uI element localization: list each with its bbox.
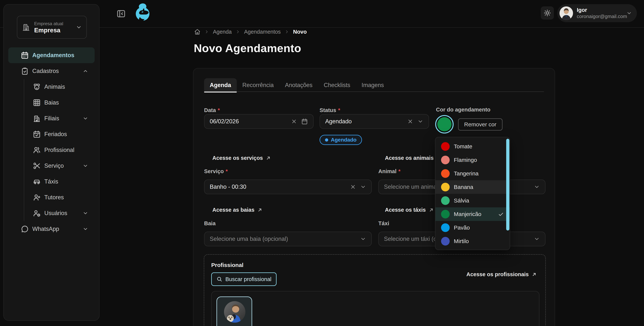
- color-option-mirtilo[interactable]: Mirtilo: [436, 234, 510, 248]
- sidebar-item-agendamentos[interactable]: Agendamentos: [8, 47, 95, 63]
- tab-checklists[interactable]: Checklists: [318, 78, 356, 92]
- arrow-up-right-icon: [266, 155, 271, 161]
- theme-toggle-button[interactable]: [541, 7, 554, 20]
- breadcrumb-item[interactable]: Agenda: [213, 29, 232, 35]
- check-icon: [498, 211, 504, 217]
- remove-color-button[interactable]: Remover cor: [458, 118, 502, 130]
- user-meta: Igor coronaigor@gmail.com: [577, 7, 626, 19]
- chevron-down-icon[interactable]: [418, 118, 424, 124]
- appointment-color-button[interactable]: [435, 115, 454, 133]
- sidebar-item-cadastros[interactable]: Cadastros: [8, 63, 95, 79]
- access-animals-link[interactable]: Acesse os animais: [385, 155, 442, 161]
- page-title: Novo Agendamento: [194, 42, 301, 55]
- chevron-down-icon[interactable]: [360, 236, 366, 242]
- chevron-down-icon: [626, 10, 632, 16]
- arrow-up-right-icon: [428, 207, 434, 213]
- taxi-label: Táxi: [378, 220, 389, 227]
- service-select[interactable]: Banho - 00:30: [204, 180, 372, 194]
- arrow-up-right-icon: [531, 272, 537, 277]
- sidebar-item-tutores[interactable]: Tutores: [32, 190, 95, 205]
- user-plus-icon: [33, 193, 41, 202]
- search-professional-button[interactable]: Buscar profissional: [211, 272, 276, 286]
- sidebar-item-label: WhatsApp: [32, 226, 59, 232]
- professional-card[interactable]: Maria: [216, 296, 252, 326]
- bay-label: Baia: [204, 220, 216, 227]
- scissors-icon: [33, 162, 41, 170]
- user-avatar: [560, 7, 573, 20]
- sidebar-item-usua-rios[interactable]: Usuários: [32, 205, 95, 221]
- company-meta: Empresa atual Empresa: [34, 21, 76, 34]
- color-option-tangerina[interactable]: Tangerina: [436, 167, 510, 180]
- color-option-label: Manjericão: [454, 211, 498, 217]
- access-bays-link[interactable]: Acesse as baias: [212, 207, 263, 213]
- access-services-link[interactable]: Acesse os serviços: [212, 155, 271, 161]
- sidebar-collapse-button[interactable]: [116, 9, 126, 19]
- sidebar-item-baias[interactable]: Baias: [32, 95, 95, 111]
- clear-icon[interactable]: [291, 118, 297, 124]
- tab-agenda[interactable]: Agenda: [204, 78, 237, 92]
- status-dot: [325, 138, 328, 141]
- sidebar-item-ta-xis[interactable]: Táxis: [32, 174, 95, 190]
- sidebar-item-animais[interactable]: Animais: [32, 79, 95, 95]
- sidebar-item-label: Profissional: [44, 147, 74, 153]
- color-option-label: Tomate: [454, 143, 504, 150]
- user-name: Igor: [577, 7, 626, 13]
- chevron-down-icon[interactable]: [360, 184, 366, 190]
- sidebar-item-label: Cadastros: [32, 68, 59, 74]
- company-value: Empresa: [34, 27, 76, 34]
- color-option-manjerica-o[interactable]: Manjericão: [436, 207, 510, 221]
- breadcrumb-separator: [236, 29, 240, 34]
- calendar-icon[interactable]: [301, 118, 308, 125]
- sidebar-item-profissional[interactable]: Profissional: [32, 142, 95, 158]
- chevron-down-icon: [82, 163, 88, 169]
- sidebar-item-label: Baias: [44, 99, 59, 106]
- chevron-down-icon: [82, 226, 88, 232]
- arrow-up-right-icon: [257, 207, 263, 213]
- user-menu[interactable]: Igor coronaigor@gmail.com: [557, 4, 637, 22]
- color-option-tomate[interactable]: Tomate: [436, 140, 510, 153]
- bay-placeholder: Selecione uma baia (opcional): [210, 236, 360, 242]
- access-taxis-link[interactable]: Acesse os táxis: [385, 207, 434, 213]
- tab-anotac-o-es[interactable]: Anotações: [280, 78, 318, 92]
- required-mark: *: [226, 168, 228, 174]
- chevron-down-icon: [82, 116, 88, 121]
- sidebar-item-servic-o[interactable]: Serviço: [32, 158, 95, 174]
- sidebar-item-whatsapp[interactable]: WhatsApp: [8, 221, 95, 237]
- professional-label: Profissional: [211, 262, 244, 268]
- chevron-down-icon[interactable]: [534, 184, 540, 190]
- color-label: Cor do agendamento: [436, 107, 490, 113]
- company-selector[interactable]: Empresa atual Empresa: [17, 16, 87, 39]
- sidebar-item-label: Animais: [44, 83, 65, 90]
- sidebar-item-label: Filiais: [44, 115, 59, 122]
- color-option-label: Banana: [454, 184, 504, 190]
- tab-imagens[interactable]: Imagens: [356, 78, 390, 92]
- clear-icon[interactable]: [350, 184, 356, 190]
- status-select[interactable]: Agendado: [320, 114, 429, 129]
- sidebar-item-filiais[interactable]: Filiais: [32, 111, 95, 126]
- home-icon[interactable]: [194, 29, 200, 35]
- tab-recorre-ncia[interactable]: Recorrência: [237, 78, 280, 92]
- user-gear-icon: [33, 209, 41, 217]
- color-option-flamingo[interactable]: Flamingo: [436, 153, 510, 167]
- color-option-label: Flamingo: [454, 157, 504, 163]
- color-option-label: Mirtilo: [454, 238, 504, 244]
- chevron-down-icon[interactable]: [534, 236, 540, 242]
- sidebar-nav: AgendamentosCadastrosAnimaisBaiasFiliais…: [8, 47, 95, 237]
- color-option-pava-o[interactable]: Pavão: [436, 221, 510, 234]
- sidebar-item-feriados[interactable]: Feriados: [32, 126, 95, 142]
- color-option-banana[interactable]: Banana: [436, 180, 510, 194]
- color-swatch: [441, 183, 450, 191]
- breadcrumb-item[interactable]: Agendamentos: [244, 29, 281, 35]
- bay-select[interactable]: Selecione uma baia (opcional): [204, 232, 372, 246]
- date-input[interactable]: 06/02/2026: [204, 114, 314, 129]
- access-professionals-link[interactable]: Acesse os profissionais: [466, 271, 537, 277]
- status-value: Agendado: [325, 118, 407, 125]
- clear-icon[interactable]: [407, 118, 413, 124]
- date-label: Data*: [204, 107, 220, 113]
- color-swatch: [441, 223, 450, 232]
- dropdown-scrollbar[interactable]: [506, 139, 510, 231]
- professional-list: Maria: [211, 291, 540, 326]
- color-option-sa-lvia[interactable]: Sálvia: [436, 194, 510, 207]
- calendar-check-icon: [33, 130, 41, 138]
- sidebar-item-label: Serviço: [44, 162, 64, 169]
